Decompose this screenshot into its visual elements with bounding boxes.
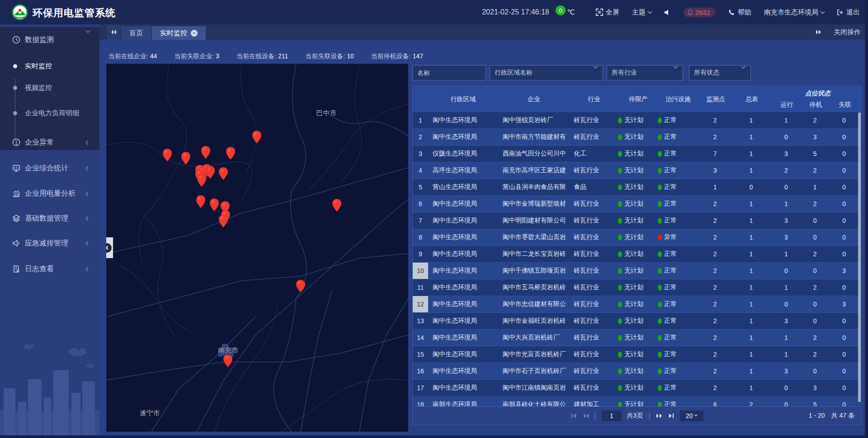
table-row[interactable]: 5营山生态环境局营山县润丰肉食品有限食品无计划正常10010 xyxy=(413,179,861,196)
tabs-scroll-left-button[interactable] xyxy=(107,24,120,40)
cell-run-count: 0 xyxy=(769,296,802,312)
cell-total-meter: 1 xyxy=(733,212,770,229)
map-pin[interactable] xyxy=(196,195,206,208)
cell-stop-status: 无计划 xyxy=(618,196,658,212)
close-operations-dropdown[interactable]: 关闭操作 xyxy=(834,28,861,37)
sidebar-item-basic-data-management[interactable]: 基础数据管理 xyxy=(0,208,99,228)
last-page-button[interactable] xyxy=(668,413,675,419)
cell-treatment-status: 正常 xyxy=(658,330,698,346)
cell-stop-status: 无计划 xyxy=(618,112,658,128)
cell-treatment-status: 正常 xyxy=(658,129,698,145)
board-icon xyxy=(12,164,20,172)
tab-realtime-monitoring[interactable]: 实时监控 × xyxy=(152,26,206,40)
next-page-button[interactable] xyxy=(656,413,663,419)
sidebar-item-log-view[interactable]: 日志查看 xyxy=(0,259,99,279)
cell-halt-count: 0 xyxy=(802,363,827,379)
cell-run-count: 3 xyxy=(769,212,802,229)
table-row[interactable]: 17阆中生态环境局阆中市江南镇阆南页岩砖瓦行业无计划正常21030 xyxy=(413,380,861,396)
table-row[interactable]: 14阆中生态环境局阆中大兴页岩机砖厂砖瓦行业无计划正常21120 xyxy=(413,330,861,346)
col-group-point-status: 点位状态 xyxy=(793,89,843,98)
sidebar-subitem-realtime-monitoring[interactable]: 实时监控 xyxy=(0,58,99,74)
cell-industry: 砖瓦行业 xyxy=(569,279,618,296)
cell-company: 阆中市二龙长宝页岩砖 xyxy=(498,246,570,262)
stats-bar: 当前在线企业:44 当前失联企业:3 当前在线设备:211 当前失联设备:10 … xyxy=(108,51,423,62)
sidebar-subitem-power-load-detail[interactable]: 企业电力负荷明细 xyxy=(0,105,99,121)
cell-run-count: 0 xyxy=(769,263,802,279)
map-pin[interactable] xyxy=(181,152,190,165)
map-collapse-button[interactable] xyxy=(106,237,113,258)
tab-bar: 首页 实时监控 × 关闭操作 xyxy=(99,24,868,40)
sidebar-subitem-video-monitoring[interactable]: 视频监控 xyxy=(0,80,99,96)
notification-count: 2632 xyxy=(695,9,710,16)
page-size-select[interactable]: 20 xyxy=(680,410,703,421)
cell-monitor-count: 2 xyxy=(698,330,733,346)
prev-page-button[interactable] xyxy=(582,413,589,419)
map-pin[interactable] xyxy=(201,146,210,159)
region-filter-select[interactable]: 行政区域名称 xyxy=(490,65,603,80)
table-row[interactable]: 12阆中生态环境局阆中市忠信建材有限公砖瓦行业无计划正常21003 xyxy=(413,296,861,313)
notification-badge[interactable]: 2632 xyxy=(684,8,716,17)
table-row[interactable]: 18南部生态环境局南部县砖化土砖有限公建材加工无计划正常62050 xyxy=(413,396,861,407)
cell-lost-count: 0 xyxy=(827,346,861,363)
sound-toggle[interactable] xyxy=(664,9,671,16)
map-pin[interactable] xyxy=(219,167,228,180)
first-page-button[interactable] xyxy=(570,413,576,419)
col-header-district: 行政区域 xyxy=(428,86,498,112)
page-scrollbar-track[interactable] xyxy=(865,0,868,438)
table-row[interactable]: 10阆中生态环境局阆中千佛镇五郎垭页岩砖瓦行业无计划正常21003 xyxy=(413,263,861,279)
status-dot-icon xyxy=(618,368,622,374)
map-pin[interactable] xyxy=(332,199,341,212)
sidebar-item-enterprise-abnormal[interactable]: 企业异常 xyxy=(0,132,99,152)
tab-close-icon[interactable]: × xyxy=(191,30,198,37)
temperature-unit: ℃ xyxy=(567,8,575,16)
cell-halt-count: 0 xyxy=(802,313,827,329)
map-pin[interactable] xyxy=(197,174,207,187)
table-row[interactable]: 7阆中生态环境局阆中明阳建材有限公司砖瓦行业无计划正常21300 xyxy=(413,212,861,229)
map-pin[interactable] xyxy=(252,131,262,143)
map-pin[interactable] xyxy=(296,280,306,292)
cell-halt-count: 2 xyxy=(802,112,827,128)
table-scrollbar[interactable] xyxy=(858,113,861,402)
page-number-input[interactable]: 1 xyxy=(602,410,622,421)
map-pin[interactable] xyxy=(210,198,219,211)
map-pin[interactable] xyxy=(219,215,228,227)
name-filter-input[interactable] xyxy=(417,69,481,76)
table-row[interactable]: 13阆中生态环境局阆中市金福旺页岩机砖砖瓦行业无计划正常21300 xyxy=(413,313,861,330)
table-row[interactable]: 6阆中生态环境局阆中市金博瑞新型墙材砖瓦行业无计划正常21120 xyxy=(413,196,861,212)
table-row[interactable]: 3仪陇生态环境局西南油气田分公司川中化工无计划正常71350 xyxy=(413,146,861,162)
tabs-scroll-right-button[interactable] xyxy=(816,28,822,36)
help-button[interactable]: 帮助 xyxy=(728,8,751,17)
sidebar-item-power-usage-analysis[interactable]: 企业用电量分析 xyxy=(0,184,99,203)
map-canvas[interactable]: 巴中市南充市遂宁市 xyxy=(106,64,408,432)
table-row[interactable]: 8阆中生态环境局阆中市枣碧大梁山页岩砖瓦行业无计划异常21300 xyxy=(413,229,861,246)
map-pin[interactable] xyxy=(226,147,236,160)
tab-home[interactable]: 首页 xyxy=(121,26,151,40)
cell-stop-status: 无计划 xyxy=(618,146,658,162)
table-row[interactable]: 9阆中生态环境局阆中市二龙长宝页岩砖砖瓦行业无计划正常21120 xyxy=(413,246,861,263)
sidebar-item-emergency-reduction[interactable]: 应急减排管理 xyxy=(0,233,99,253)
industry-filter-select[interactable]: 所有行业 xyxy=(607,65,683,80)
cell-total-meter: 1 xyxy=(733,313,770,329)
table-row[interactable]: 2阆中生态环境局阆中市南方节能建材有砖瓦行业无计划正常21030 xyxy=(413,129,861,146)
table-row[interactable]: 1阆中生态环境局阆中强锐页岩砖厂砖瓦行业无计划正常21120 xyxy=(413,112,861,129)
cell-halt-count: 2 xyxy=(802,162,827,179)
speaker-icon xyxy=(664,9,671,16)
table-row[interactable]: 11阆中生态环境局阆中市五马桥页岩机砖砖瓦行业无计划正常21120 xyxy=(413,279,861,296)
datetime: 2021-02-25 17:46:18 xyxy=(482,8,549,16)
name-filter-field[interactable] xyxy=(412,65,486,80)
status-filter-select[interactable]: 所有状态 xyxy=(689,65,751,80)
table-row[interactable]: 4高坪生态环境局南充市高坪区王家店建砖瓦行业无计划正常31220 xyxy=(413,162,861,179)
bullet-icon xyxy=(13,64,17,68)
table-row[interactable]: 16阆中生态环境局阆中市石子页岩机砖厂砖瓦行业无计划正常21300 xyxy=(413,363,861,380)
theme-dropdown[interactable]: 主题 xyxy=(632,8,651,17)
logout-button[interactable]: 退出 xyxy=(837,8,860,17)
sidebar-item-enterprise-statistics[interactable]: 企业综合统计 xyxy=(0,158,99,178)
fullscreen-button[interactable]: 全屏 xyxy=(596,8,619,17)
map-pin[interactable] xyxy=(223,354,233,367)
cell-stop-status: 无计划 xyxy=(618,229,658,245)
map-pin[interactable] xyxy=(162,149,172,161)
sidebar-item-data-monitoring[interactable]: 数据监测 xyxy=(0,30,99,50)
table-row[interactable]: 15阆中生态环境局阆中市光富页岩机砖厂砖瓦行业无计划正常21120 xyxy=(413,346,861,363)
org-dropdown[interactable]: 南充市生态环境局 xyxy=(764,8,824,17)
cell-lost-count: 3 xyxy=(827,296,861,312)
